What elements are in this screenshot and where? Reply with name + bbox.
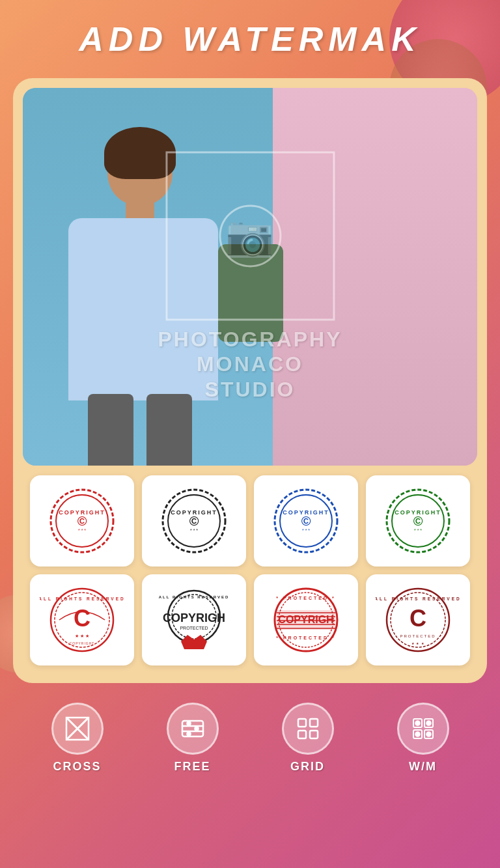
svg-point-57 bbox=[187, 733, 190, 736]
stamp-red-allrights[interactable]: ALL RIGHTS RESERVED C ★ ★ ★ COPYRIGHT bbox=[30, 574, 134, 665]
svg-point-69 bbox=[426, 733, 430, 736]
svg-point-68 bbox=[415, 733, 419, 736]
main-card: 📷 PHOTOGRAPHY MONACO STUDIO COPYRIGHT © … bbox=[13, 78, 487, 683]
nav-item-free[interactable]: FREE bbox=[167, 703, 219, 774]
nav-item-grid[interactable]: GRID bbox=[282, 703, 334, 774]
grid-icon-circle[interactable] bbox=[282, 703, 334, 755]
svg-text:C: C bbox=[410, 605, 426, 632]
nav-label-free: FREE bbox=[174, 760, 210, 774]
stamps-row-1: COPYRIGHT © * * * COPYRIGHT © * * * bbox=[23, 475, 477, 567]
cross-icon-circle[interactable] bbox=[51, 703, 104, 755]
nav-item-wm[interactable]: W/M bbox=[397, 703, 449, 774]
svg-rect-52 bbox=[182, 721, 203, 736]
page-header: ADD WATERMAK bbox=[0, 0, 500, 72]
free-icon-circle[interactable] bbox=[167, 703, 219, 755]
svg-text:©: © bbox=[77, 514, 87, 528]
svg-text:ALL RIGHTS RESERVED: ALL RIGHTS RESERVED bbox=[376, 596, 460, 601]
svg-text:COPYRIGHT: COPYRIGHT bbox=[70, 641, 95, 645]
svg-point-56 bbox=[195, 727, 198, 731]
svg-text:ALL RIGHTS RESERVED: ALL RIGHTS RESERVED bbox=[40, 596, 124, 601]
nav-item-cross[interactable]: CROSS bbox=[51, 703, 104, 774]
stamp-dark-allrights2[interactable]: ALL RIGHTS RESERVED C PROTECTED ★ ★ ★ bbox=[366, 574, 470, 665]
svg-text:* PROTECTED *: * PROTECTED * bbox=[276, 636, 336, 640]
nav-label-cross: CROSS bbox=[53, 760, 101, 774]
stamp-blue-copyright[interactable]: COPYRIGHT © * * * bbox=[254, 475, 358, 567]
stamp-red-protected[interactable]: * PROTECTED * COPYRIGH * PROTECTED * bbox=[254, 574, 358, 665]
stamp-green-copyright[interactable]: COPYRIGHT © * * * bbox=[366, 475, 470, 567]
svg-text:C: C bbox=[74, 605, 90, 632]
svg-rect-60 bbox=[298, 731, 306, 738]
stamps-row-2: ALL RIGHTS RESERVED C ★ ★ ★ COPYRIGHT AL… bbox=[23, 574, 477, 665]
svg-text:ALL RIGHTS RESERVED: ALL RIGHTS RESERVED bbox=[159, 595, 229, 599]
nav-label-grid: GRID bbox=[290, 760, 325, 774]
svg-rect-58 bbox=[298, 719, 306, 727]
stamp-red-copyright[interactable]: COPYRIGHT © * * * bbox=[30, 475, 134, 567]
svg-text:* * *: * * * bbox=[190, 528, 198, 533]
stamps-section: COPYRIGHT © * * * COPYRIGHT © * * * bbox=[23, 475, 477, 665]
svg-text:PROTECTED: PROTECTED bbox=[180, 626, 208, 630]
svg-text:COPYRIGH: COPYRIGH bbox=[163, 611, 225, 624]
svg-point-66 bbox=[415, 721, 419, 725]
page-title: ADD WATERMAK bbox=[13, 20, 487, 59]
svg-point-55 bbox=[187, 722, 190, 725]
bottom-nav: CROSS FREE GRID bbox=[0, 690, 500, 793]
svg-text:©: © bbox=[189, 514, 199, 528]
svg-text:* PROTECTED *: * PROTECTED * bbox=[276, 596, 336, 600]
svg-text:* * *: * * * bbox=[78, 528, 86, 533]
svg-text:COPYRIGH: COPYRIGH bbox=[278, 614, 333, 625]
svg-rect-61 bbox=[310, 731, 318, 738]
stamp-black-copyright[interactable]: COPYRIGHT © * * * bbox=[142, 475, 246, 567]
svg-text:©: © bbox=[301, 514, 311, 528]
wm-icon-circle[interactable] bbox=[397, 703, 449, 755]
image-preview: 📷 PHOTOGRAPHY MONACO STUDIO bbox=[23, 88, 477, 466]
svg-text:★ ★ ★: ★ ★ ★ bbox=[411, 641, 424, 645]
nav-label-wm: W/M bbox=[409, 760, 437, 774]
svg-rect-59 bbox=[310, 719, 318, 727]
svg-text:PROTECTED: PROTECTED bbox=[400, 634, 436, 638]
svg-text:★ ★ ★: ★ ★ ★ bbox=[75, 634, 89, 638]
svg-text:* * *: * * * bbox=[302, 528, 310, 533]
stamp-dark-copyright2[interactable]: ALL RIGHTS RESERVED COPYRIGH PROTECTED bbox=[142, 574, 246, 665]
svg-text:©: © bbox=[413, 514, 423, 528]
svg-point-67 bbox=[426, 721, 430, 725]
svg-text:* * *: * * * bbox=[414, 528, 422, 533]
